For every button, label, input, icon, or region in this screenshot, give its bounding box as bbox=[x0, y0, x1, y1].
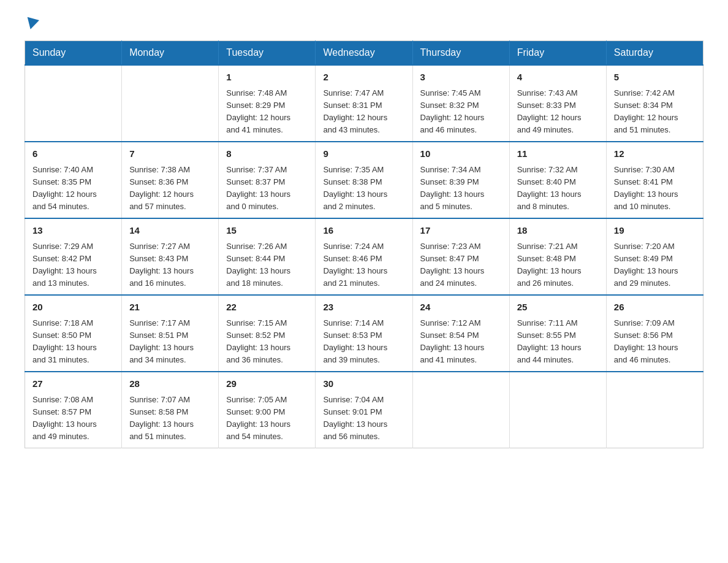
calendar-cell: 2Sunrise: 7:47 AM Sunset: 8:31 PM Daylig… bbox=[316, 65, 412, 142]
page-header bbox=[25, 18, 703, 28]
day-info: Sunrise: 7:20 AM Sunset: 8:49 PM Dayligh… bbox=[614, 240, 696, 290]
day-info: Sunrise: 7:15 AM Sunset: 8:52 PM Dayligh… bbox=[226, 317, 308, 367]
day-number: 5 bbox=[614, 71, 696, 85]
day-info: Sunrise: 7:04 AM Sunset: 9:01 PM Dayligh… bbox=[323, 394, 404, 443]
day-info: Sunrise: 7:35 AM Sunset: 8:38 PM Dayligh… bbox=[323, 164, 404, 213]
logo bbox=[25, 18, 38, 28]
calendar-cell: 1Sunrise: 7:48 AM Sunset: 8:29 PM Daylig… bbox=[219, 65, 316, 142]
day-number: 23 bbox=[323, 301, 404, 315]
calendar-cell bbox=[606, 372, 703, 448]
day-number: 19 bbox=[614, 224, 696, 238]
day-number: 16 bbox=[323, 224, 404, 238]
day-header-thursday: Thursday bbox=[412, 41, 509, 66]
day-number: 9 bbox=[323, 147, 404, 161]
day-info: Sunrise: 7:48 AM Sunset: 8:29 PM Dayligh… bbox=[226, 87, 308, 137]
calendar-week-row: 13Sunrise: 7:29 AM Sunset: 8:42 PM Dayli… bbox=[25, 218, 703, 295]
calendar-cell: 22Sunrise: 7:15 AM Sunset: 8:52 PM Dayli… bbox=[219, 295, 316, 372]
day-number: 12 bbox=[614, 147, 696, 161]
calendar-body: 1Sunrise: 7:48 AM Sunset: 8:29 PM Daylig… bbox=[25, 65, 703, 448]
calendar-cell bbox=[122, 65, 219, 142]
day-number: 26 bbox=[614, 301, 696, 315]
calendar-table: SundayMondayTuesdayWednesdayThursdayFrid… bbox=[25, 40, 703, 448]
day-info: Sunrise: 7:37 AM Sunset: 8:37 PM Dayligh… bbox=[226, 164, 308, 213]
calendar-cell: 7Sunrise: 7:38 AM Sunset: 8:36 PM Daylig… bbox=[122, 142, 219, 218]
day-number: 29 bbox=[226, 377, 308, 391]
calendar-header: SundayMondayTuesdayWednesdayThursdayFrid… bbox=[25, 41, 703, 66]
calendar-cell: 19Sunrise: 7:20 AM Sunset: 8:49 PM Dayli… bbox=[606, 218, 703, 295]
day-info: Sunrise: 7:07 AM Sunset: 8:58 PM Dayligh… bbox=[129, 394, 211, 443]
day-header-friday: Friday bbox=[509, 41, 606, 66]
day-number: 17 bbox=[420, 224, 502, 238]
calendar-cell: 15Sunrise: 7:26 AM Sunset: 8:44 PM Dayli… bbox=[219, 218, 316, 295]
day-number: 14 bbox=[129, 224, 211, 238]
calendar-cell: 11Sunrise: 7:32 AM Sunset: 8:40 PM Dayli… bbox=[509, 142, 606, 218]
day-info: Sunrise: 7:34 AM Sunset: 8:39 PM Dayligh… bbox=[420, 164, 502, 213]
calendar-cell: 17Sunrise: 7:23 AM Sunset: 8:47 PM Dayli… bbox=[412, 218, 509, 295]
day-number: 27 bbox=[32, 377, 114, 391]
day-number: 15 bbox=[226, 224, 308, 238]
calendar-cell: 25Sunrise: 7:11 AM Sunset: 8:55 PM Dayli… bbox=[509, 295, 606, 372]
day-number: 24 bbox=[420, 301, 502, 315]
calendar-cell: 27Sunrise: 7:08 AM Sunset: 8:57 PM Dayli… bbox=[25, 372, 122, 448]
day-header-sunday: Sunday bbox=[25, 41, 122, 66]
day-info: Sunrise: 7:42 AM Sunset: 8:34 PM Dayligh… bbox=[614, 87, 696, 137]
day-info: Sunrise: 7:32 AM Sunset: 8:40 PM Dayligh… bbox=[517, 164, 599, 213]
day-info: Sunrise: 7:27 AM Sunset: 8:43 PM Dayligh… bbox=[129, 240, 211, 290]
day-info: Sunrise: 7:05 AM Sunset: 9:00 PM Dayligh… bbox=[226, 394, 308, 443]
calendar-cell: 3Sunrise: 7:45 AM Sunset: 8:32 PM Daylig… bbox=[412, 65, 509, 142]
calendar-week-row: 6Sunrise: 7:40 AM Sunset: 8:35 PM Daylig… bbox=[25, 142, 703, 218]
day-header-saturday: Saturday bbox=[606, 41, 703, 66]
day-number: 8 bbox=[226, 147, 308, 161]
calendar-cell: 29Sunrise: 7:05 AM Sunset: 9:00 PM Dayli… bbox=[219, 372, 316, 448]
day-number: 6 bbox=[32, 147, 114, 161]
calendar-cell: 5Sunrise: 7:42 AM Sunset: 8:34 PM Daylig… bbox=[606, 65, 703, 142]
day-number: 28 bbox=[129, 377, 211, 391]
calendar-cell: 13Sunrise: 7:29 AM Sunset: 8:42 PM Dayli… bbox=[25, 218, 122, 295]
day-header-wednesday: Wednesday bbox=[316, 41, 412, 66]
calendar-cell: 26Sunrise: 7:09 AM Sunset: 8:56 PM Dayli… bbox=[606, 295, 703, 372]
day-info: Sunrise: 7:45 AM Sunset: 8:32 PM Dayligh… bbox=[420, 87, 502, 137]
day-number: 13 bbox=[32, 224, 114, 238]
day-info: Sunrise: 7:12 AM Sunset: 8:54 PM Dayligh… bbox=[420, 317, 502, 367]
day-header-tuesday: Tuesday bbox=[219, 41, 316, 66]
calendar-cell bbox=[509, 372, 606, 448]
day-info: Sunrise: 7:18 AM Sunset: 8:50 PM Dayligh… bbox=[32, 317, 114, 367]
day-number: 18 bbox=[517, 224, 599, 238]
calendar-cell bbox=[25, 65, 122, 142]
day-header-monday: Monday bbox=[122, 41, 219, 66]
day-info: Sunrise: 7:23 AM Sunset: 8:47 PM Dayligh… bbox=[420, 240, 502, 290]
day-info: Sunrise: 7:11 AM Sunset: 8:55 PM Dayligh… bbox=[517, 317, 599, 367]
day-info: Sunrise: 7:09 AM Sunset: 8:56 PM Dayligh… bbox=[614, 317, 696, 367]
day-number: 3 bbox=[420, 71, 502, 85]
calendar-cell: 6Sunrise: 7:40 AM Sunset: 8:35 PM Daylig… bbox=[25, 142, 122, 218]
calendar-cell: 4Sunrise: 7:43 AM Sunset: 8:33 PM Daylig… bbox=[509, 65, 606, 142]
day-number: 21 bbox=[129, 301, 211, 315]
calendar-cell: 12Sunrise: 7:30 AM Sunset: 8:41 PM Dayli… bbox=[606, 142, 703, 218]
calendar-cell: 24Sunrise: 7:12 AM Sunset: 8:54 PM Dayli… bbox=[412, 295, 509, 372]
day-info: Sunrise: 7:40 AM Sunset: 8:35 PM Dayligh… bbox=[32, 164, 114, 213]
calendar-cell: 9Sunrise: 7:35 AM Sunset: 8:38 PM Daylig… bbox=[316, 142, 412, 218]
day-info: Sunrise: 7:38 AM Sunset: 8:36 PM Dayligh… bbox=[129, 164, 211, 213]
calendar-cell: 8Sunrise: 7:37 AM Sunset: 8:37 PM Daylig… bbox=[219, 142, 316, 218]
calendar-cell: 16Sunrise: 7:24 AM Sunset: 8:46 PM Dayli… bbox=[316, 218, 412, 295]
day-info: Sunrise: 7:08 AM Sunset: 8:57 PM Dayligh… bbox=[32, 394, 114, 443]
day-number: 30 bbox=[323, 377, 404, 391]
day-number: 10 bbox=[420, 147, 502, 161]
day-number: 22 bbox=[226, 301, 308, 315]
day-info: Sunrise: 7:43 AM Sunset: 8:33 PM Dayligh… bbox=[517, 87, 599, 137]
day-number: 20 bbox=[32, 301, 114, 315]
calendar-cell: 18Sunrise: 7:21 AM Sunset: 8:48 PM Dayli… bbox=[509, 218, 606, 295]
calendar-cell: 14Sunrise: 7:27 AM Sunset: 8:43 PM Dayli… bbox=[122, 218, 219, 295]
day-headers-row: SundayMondayTuesdayWednesdayThursdayFrid… bbox=[25, 41, 703, 66]
day-info: Sunrise: 7:29 AM Sunset: 8:42 PM Dayligh… bbox=[32, 240, 114, 290]
calendar-cell: 28Sunrise: 7:07 AM Sunset: 8:58 PM Dayli… bbox=[122, 372, 219, 448]
day-info: Sunrise: 7:17 AM Sunset: 8:51 PM Dayligh… bbox=[129, 317, 211, 367]
day-info: Sunrise: 7:24 AM Sunset: 8:46 PM Dayligh… bbox=[323, 240, 404, 290]
day-number: 11 bbox=[517, 147, 599, 161]
calendar-cell: 21Sunrise: 7:17 AM Sunset: 8:51 PM Dayli… bbox=[122, 295, 219, 372]
day-info: Sunrise: 7:47 AM Sunset: 8:31 PM Dayligh… bbox=[323, 87, 404, 137]
logo-triangle-icon bbox=[25, 17, 39, 31]
calendar-cell: 20Sunrise: 7:18 AM Sunset: 8:50 PM Dayli… bbox=[25, 295, 122, 372]
calendar-cell: 23Sunrise: 7:14 AM Sunset: 8:53 PM Dayli… bbox=[316, 295, 412, 372]
day-number: 7 bbox=[129, 147, 211, 161]
